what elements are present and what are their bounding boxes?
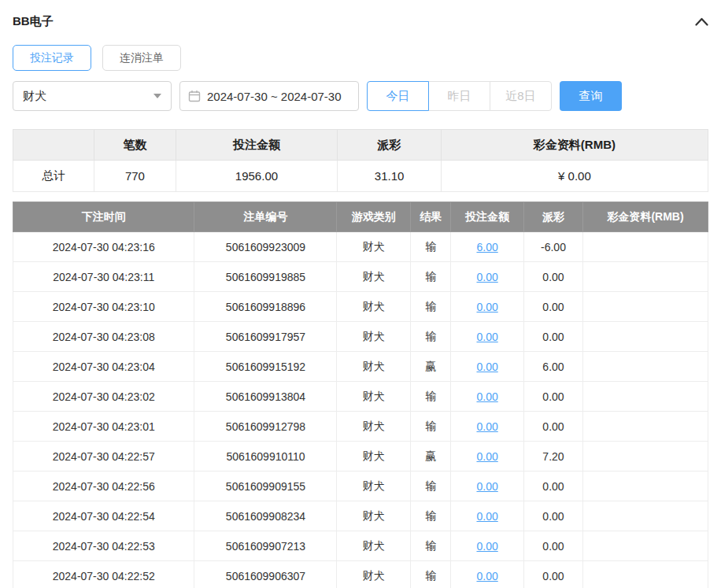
cell-bonus	[583, 232, 708, 262]
bet-amount-link[interactable]: 0.00	[476, 361, 497, 373]
cell-order-id: 5061609917957	[194, 322, 337, 352]
table-row: 2024-07-30 04:22:53 5061609907213 财犬 输 0…	[13, 531, 708, 561]
cell-bonus	[583, 442, 708, 472]
cell-payout: 0.00	[523, 412, 582, 442]
quick-filter-yesterday[interactable]: 昨日	[428, 81, 490, 111]
cell-order-id: 5061609907213	[194, 531, 337, 561]
summary-bet-amount-value: 1956.00	[176, 161, 338, 192]
cell-result: 输	[411, 322, 451, 352]
cell-bonus	[583, 561, 708, 588]
cell-game-type: 财犬	[337, 472, 411, 501]
cell-game-type: 财犬	[337, 382, 411, 412]
quick-filter-today[interactable]: 今日	[367, 81, 429, 111]
cell-bet-time: 2024-07-30 04:22:57	[13, 442, 194, 472]
cell-payout: 0.00	[523, 472, 582, 501]
cell-payout: -6.00	[523, 232, 582, 262]
cell-bet-time: 2024-07-30 04:22:54	[13, 501, 194, 531]
page-title: BB电子	[13, 14, 54, 29]
cell-result: 输	[411, 412, 451, 442]
col-header-game-type: 游戏类别	[337, 202, 411, 232]
cell-payout: 0.00	[523, 322, 582, 352]
bet-amount-link[interactable]: 0.00	[476, 570, 497, 582]
cell-order-id: 5061609918896	[194, 292, 337, 322]
cell-bet-time: 2024-07-30 04:23:02	[13, 382, 194, 412]
summary-header-payout: 派彩	[338, 130, 442, 161]
cell-order-id: 5061609919885	[194, 262, 337, 292]
cell-order-id: 5061609908234	[194, 501, 337, 531]
table-row: 2024-07-30 04:22:57 5061609910110 财犬 赢 0…	[13, 442, 708, 472]
cell-bonus	[583, 322, 708, 352]
bet-amount-link[interactable]: 0.00	[476, 271, 497, 283]
records-tbody: 2024-07-30 04:23:16 5061609923009 财犬 输 6…	[13, 232, 708, 588]
date-range-value: 2024-07-30 ~ 2024-07-30	[207, 90, 342, 103]
cell-result: 输	[411, 382, 451, 412]
bet-amount-link[interactable]: 0.00	[476, 480, 497, 493]
col-header-payout: 派彩	[523, 202, 582, 232]
col-header-result: 结果	[411, 202, 451, 232]
summary-count-value: 770	[94, 161, 176, 192]
summary-header-row: 笔数 投注金额 派彩 彩金资料(RMB)	[13, 130, 708, 161]
cell-payout: 0.00	[523, 292, 582, 322]
date-range-input[interactable]: 2024-07-30 ~ 2024-07-30	[179, 81, 359, 111]
table-row: 2024-07-30 04:22:52 5061609906307 财犬 输 0…	[13, 561, 708, 588]
table-row: 2024-07-30 04:22:54 5061609908234 财犬 输 0…	[13, 501, 708, 531]
cell-result: 输	[411, 472, 451, 501]
chevron-up-icon[interactable]	[695, 17, 708, 26]
table-row: 2024-07-30 04:23:02 5061609913804 财犬 输 0…	[13, 382, 708, 412]
cell-game-type: 财犬	[337, 561, 411, 588]
cell-game-type: 财犬	[337, 442, 411, 472]
search-button[interactable]: 查询	[560, 81, 622, 111]
cell-game-type: 财犬	[337, 322, 411, 352]
cell-result: 输	[411, 501, 451, 531]
table-row: 2024-07-30 04:23:04 5061609915192 财犬 赢 0…	[13, 352, 708, 382]
cell-order-id: 5061609923009	[194, 232, 337, 262]
bet-amount-link[interactable]: 0.00	[476, 540, 497, 553]
quick-filter-last8days[interactable]: 近8日	[490, 81, 552, 111]
bet-amount-link[interactable]: 0.00	[476, 390, 497, 403]
tab-bet-records[interactable]: 投注记录	[13, 45, 91, 71]
cell-order-id: 5061609906307	[194, 561, 337, 588]
cell-result: 输	[411, 531, 451, 561]
bet-amount-link[interactable]: 0.00	[476, 420, 497, 433]
cell-result: 输	[411, 561, 451, 588]
table-row: 2024-07-30 04:23:01 5061609912798 财犬 输 0…	[13, 412, 708, 442]
summary-total-row: 总计 770 1956.00 31.10 ¥ 0.00	[13, 161, 708, 192]
summary-total-label: 总计	[13, 161, 94, 192]
table-row: 2024-07-30 04:22:56 5061609909155 财犬 输 0…	[13, 472, 708, 501]
bet-amount-link[interactable]: 0.00	[476, 450, 497, 463]
col-header-bet-amount: 投注金额	[451, 202, 524, 232]
table-row: 2024-07-30 04:23:08 5061609917957 财犬 输 0…	[13, 322, 708, 352]
cell-game-type: 财犬	[337, 232, 411, 262]
cell-payout: 7.20	[523, 442, 582, 472]
bet-amount-link[interactable]: 0.00	[476, 301, 497, 313]
game-select[interactable]: 财犬	[13, 81, 172, 111]
cell-bonus	[583, 531, 708, 561]
cell-game-type: 财犬	[337, 292, 411, 322]
cell-payout: 0.00	[523, 501, 582, 531]
tab-cancelled-orders[interactable]: 连消注单	[102, 45, 181, 71]
cell-order-id: 5061609910110	[194, 442, 337, 472]
cell-bonus	[583, 412, 708, 442]
cell-order-id: 5061609913804	[194, 382, 337, 412]
table-row: 2024-07-30 04:23:11 5061609919885 财犬 输 0…	[13, 262, 708, 292]
cell-bonus	[583, 292, 708, 322]
panel-header: BB电子	[13, 11, 708, 31]
cell-bonus	[583, 472, 708, 501]
summary-header-count: 笔数	[94, 130, 176, 161]
bet-amount-link[interactable]: 0.00	[476, 331, 497, 343]
quick-filter-group: 今日 昨日 近8日	[367, 81, 552, 111]
cell-bet-time: 2024-07-30 04:23:10	[13, 292, 194, 322]
game-select-value: 财犬	[23, 89, 46, 104]
bet-amount-link[interactable]: 6.00	[476, 241, 497, 253]
summary-table: 笔数 投注金额 派彩 彩金资料(RMB) 总计 770 1956.00 31.1…	[13, 129, 708, 192]
cell-result: 输	[411, 292, 451, 322]
cell-payout: 0.00	[523, 531, 582, 561]
cell-game-type: 财犬	[337, 412, 411, 442]
col-header-bonus: 彩金资料(RMB)	[583, 202, 708, 232]
bet-record-panel: BB电子 投注记录 连消注单 财犬 2024-07-30 ~ 2024-07-3…	[0, 0, 721, 588]
cell-payout: 0.00	[523, 382, 582, 412]
bet-amount-link[interactable]: 0.00	[476, 510, 497, 523]
cell-order-id: 5061609909155	[194, 472, 337, 501]
cell-bet-time: 2024-07-30 04:23:16	[13, 232, 194, 262]
cell-payout: 0.00	[523, 561, 582, 588]
